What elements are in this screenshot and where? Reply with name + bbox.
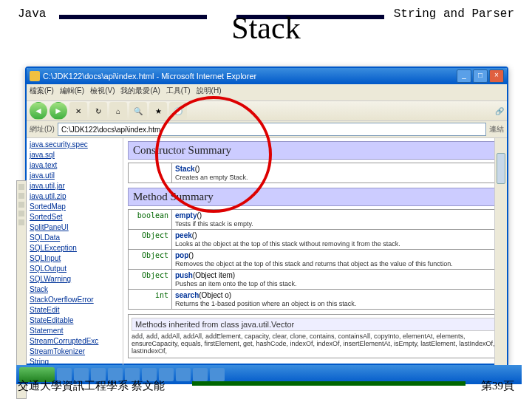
sidebar-link[interactable]: SQLException (30, 243, 120, 253)
menu-view[interactable]: 檢視(V) (90, 86, 115, 99)
vector-link[interactable]: Vector (271, 320, 294, 329)
sidebar-link[interactable]: Statement (30, 326, 120, 336)
method-heading: Method Summary (128, 188, 502, 206)
content-area: java.security.specjava.sqljava.textjava.… (27, 138, 507, 367)
address-label: 網址(D) (30, 124, 55, 134)
favorites-button[interactable]: ★ (149, 102, 167, 120)
links-label[interactable]: 連結 (489, 124, 504, 134)
sidebar-link[interactable]: java.util (30, 171, 120, 181)
close-button[interactable]: × (489, 69, 504, 83)
scroll-thumb[interactable] (497, 153, 505, 184)
ie-icon (30, 71, 40, 81)
sidebar-link[interactable]: java.util.zip (30, 191, 120, 202)
sidebar-link[interactable]: StackOverflowError (30, 295, 120, 305)
menu-fav[interactable]: 我的最愛(A) (120, 86, 160, 99)
method-link[interactable]: search (175, 291, 199, 299)
title-bar[interactable]: C:\JDK122\docs\api\index.html - Microsof… (27, 68, 507, 84)
scrollbar[interactable] (494, 138, 507, 367)
sidebar-link[interactable]: SQLOutput (30, 264, 120, 274)
sidebar-link[interactable]: StreamTokenizer (30, 347, 120, 357)
method-link[interactable]: peek (175, 231, 192, 239)
sidebar-link[interactable]: java.util.jar (30, 181, 120, 191)
sidebar-link[interactable]: SortedMap (30, 202, 120, 212)
sidebar-link[interactable]: StateEditable (30, 316, 120, 326)
method-table: booleanempty()Tests if this stack is emp… (128, 209, 502, 310)
menu-file[interactable]: 檔案(F) (30, 86, 54, 99)
home-button[interactable]: ⌂ (109, 102, 127, 120)
toolbar: ◄ ► ✕ ↻ ⌂ 🔍 ★ 🕘 🔗 (27, 101, 507, 121)
footer-bar (192, 381, 466, 386)
footer-right: 第39頁 (481, 379, 514, 393)
sidebar-link[interactable]: Stack (30, 284, 120, 295)
slide-title: Stack (0, 10, 532, 46)
constructor-link[interactable]: Stack (175, 165, 195, 173)
address-input[interactable] (58, 123, 486, 136)
menu-bar: 檔案(F) 編輯(E) 檢視(V) 我的最愛(A) 工具(T) 說明(H) (27, 84, 507, 101)
sidebar-link[interactable]: SQLWarning (30, 274, 120, 284)
sidebar-link[interactable]: SortedSet (30, 212, 120, 222)
browser-window: C:\JDK122\docs\api\index.html - Microsof… (25, 66, 508, 365)
toolbar-right: 🔗 (495, 107, 504, 115)
slide: Java String and Parser Stack C:\JDK122\d… (0, 0, 532, 399)
menu-edit[interactable]: 編輯(E) (60, 86, 84, 99)
inherited-list: add, add, addAll, addAll, addElement, ca… (132, 332, 494, 355)
minimize-button[interactable]: _ (457, 69, 471, 83)
method-link[interactable]: empty (175, 211, 197, 219)
address-bar: 網址(D) 連結 (27, 121, 507, 138)
sidebar-link[interactable]: java.security.spec (30, 140, 120, 150)
inherited-block: Methods inherited from class java.util.V… (128, 314, 502, 358)
back-button[interactable]: ◄ (30, 102, 47, 120)
method-link[interactable]: push (175, 271, 193, 279)
main-panel: Constructor Summary Stack()Creates an em… (123, 138, 507, 367)
history-button[interactable]: 🕘 (169, 102, 187, 120)
footer-left: 交通大學資訊工程學系 蔡文能 (18, 379, 165, 393)
window-title: C:\JDK122\docs\api\index.html - Microsof… (43, 72, 457, 81)
stop-button[interactable]: ✕ (69, 102, 87, 120)
sidebar-link[interactable]: java.text (30, 160, 120, 171)
forward-button[interactable]: ► (50, 102, 67, 120)
search-button[interactable]: 🔍 (129, 102, 147, 120)
sidebar-link[interactable]: StateEdit (30, 305, 120, 316)
constructor-heading: Constructor Summary (128, 141, 502, 160)
menu-help[interactable]: 說明(H) (197, 86, 222, 99)
method-link[interactable]: pop (175, 251, 188, 259)
menu-tools[interactable]: 工具(T) (166, 86, 191, 99)
sidebar-link[interactable]: StreamCorruptedExc (30, 336, 120, 347)
refresh-button[interactable]: ↻ (89, 102, 107, 120)
sidebar[interactable]: java.security.specjava.sqljava.textjava.… (27, 138, 123, 367)
inherited-heading: Methods inherited from class java.util.V… (132, 318, 499, 331)
sidebar-link[interactable]: SQLInput (30, 253, 120, 264)
sidebar-link[interactable]: SQLData (30, 233, 120, 243)
sidebar-link[interactable]: java.sql (30, 150, 120, 160)
sidebar-link[interactable]: SplitPaneUI (30, 222, 120, 233)
constructor-table: Stack()Creates an empty Stack. (128, 163, 502, 183)
maximize-button[interactable]: □ (473, 69, 488, 83)
